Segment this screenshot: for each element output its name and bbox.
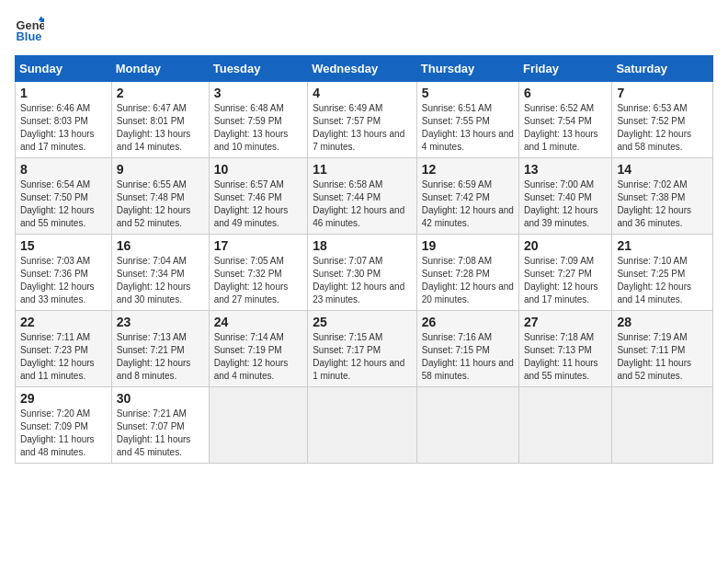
day-info: Sunrise: 7:18 AM Sunset: 7:13 PM Dayligh… [524, 331, 607, 383]
day-number: 4 [313, 86, 412, 100]
header-tuesday: Tuesday [209, 56, 307, 82]
day-number: 18 [313, 238, 412, 253]
day-info: Sunrise: 7:10 AM Sunset: 7:25 PM Dayligh… [617, 255, 708, 306]
week-row-1: 1 Sunrise: 6:46 AM Sunset: 8:03 PM Dayli… [16, 82, 713, 158]
day-cell: 1 Sunrise: 6:46 AM Sunset: 8:03 PM Dayli… [16, 82, 112, 158]
day-cell: 17 Sunrise: 7:05 AM Sunset: 7:32 PM Dayl… [209, 235, 307, 311]
day-cell: 5 Sunrise: 6:51 AM Sunset: 7:55 PM Dayli… [416, 82, 518, 158]
day-cell: 11 Sunrise: 6:58 AM Sunset: 7:44 PM Dayl… [308, 158, 417, 235]
day-number: 19 [422, 238, 514, 253]
day-number: 27 [524, 315, 607, 329]
day-info: Sunrise: 6:57 AM Sunset: 7:46 PM Dayligh… [214, 178, 302, 230]
day-cell: 10 Sunrise: 6:57 AM Sunset: 7:46 PM Dayl… [209, 158, 307, 235]
day-number: 29 [20, 391, 107, 406]
day-cell: 15 Sunrise: 7:03 AM Sunset: 7:36 PM Dayl… [16, 235, 112, 311]
day-cell: 9 Sunrise: 6:55 AM Sunset: 7:48 PM Dayli… [111, 158, 209, 235]
day-cell: 13 Sunrise: 7:00 AM Sunset: 7:40 PM Dayl… [518, 158, 611, 235]
day-info: Sunrise: 6:53 AM Sunset: 7:52 PM Dayligh… [617, 102, 708, 154]
day-number: 11 [313, 162, 412, 177]
header-wednesday: Wednesday [308, 56, 417, 82]
day-number: 2 [117, 86, 204, 100]
day-number: 26 [422, 315, 514, 329]
day-cell: 26 Sunrise: 7:16 AM Sunset: 7:15 PM Dayl… [416, 311, 518, 387]
header-monday: Monday [111, 56, 209, 82]
day-cell: 19 Sunrise: 7:08 AM Sunset: 7:28 PM Dayl… [416, 235, 518, 311]
day-number: 22 [20, 315, 107, 329]
day-cell: 29 Sunrise: 7:20 AM Sunset: 7:09 PM Dayl… [16, 387, 112, 464]
day-info: Sunrise: 7:00 AM Sunset: 7:40 PM Dayligh… [524, 178, 607, 230]
day-info: Sunrise: 7:02 AM Sunset: 7:38 PM Dayligh… [617, 178, 708, 230]
day-info: Sunrise: 7:13 AM Sunset: 7:21 PM Dayligh… [117, 331, 204, 383]
day-cell: 30 Sunrise: 7:21 AM Sunset: 7:07 PM Dayl… [111, 387, 209, 464]
day-number: 10 [214, 162, 302, 177]
day-info: Sunrise: 6:46 AM Sunset: 8:03 PM Dayligh… [20, 102, 107, 154]
header: General Blue [15, 15, 713, 44]
day-number: 30 [117, 391, 204, 406]
day-info: Sunrise: 7:09 AM Sunset: 7:27 PM Dayligh… [524, 255, 607, 306]
day-info: Sunrise: 7:03 AM Sunset: 7:36 PM Dayligh… [20, 255, 107, 306]
day-cell: 27 Sunrise: 7:18 AM Sunset: 7:13 PM Dayl… [518, 311, 611, 387]
day-info: Sunrise: 6:49 AM Sunset: 7:57 PM Dayligh… [313, 102, 412, 154]
logo-icon: General Blue [15, 15, 44, 44]
header-thursday: Thursday [416, 56, 518, 82]
day-number: 7 [617, 86, 708, 100]
day-number: 28 [617, 315, 708, 329]
day-number: 5 [422, 86, 514, 100]
day-info: Sunrise: 7:08 AM Sunset: 7:28 PM Dayligh… [422, 255, 514, 306]
day-number: 1 [20, 86, 107, 100]
day-info: Sunrise: 7:05 AM Sunset: 7:32 PM Dayligh… [214, 255, 302, 306]
day-info: Sunrise: 7:07 AM Sunset: 7:30 PM Dayligh… [313, 255, 412, 306]
day-number: 6 [524, 86, 607, 100]
day-info: Sunrise: 6:59 AM Sunset: 7:42 PM Dayligh… [422, 178, 514, 230]
week-row-3: 15 Sunrise: 7:03 AM Sunset: 7:36 PM Dayl… [16, 235, 713, 311]
day-cell: 4 Sunrise: 6:49 AM Sunset: 7:57 PM Dayli… [308, 82, 417, 158]
day-cell [308, 387, 417, 464]
week-row-4: 22 Sunrise: 7:11 AM Sunset: 7:23 PM Dayl… [16, 311, 713, 387]
day-number: 17 [214, 238, 302, 253]
day-info: Sunrise: 7:20 AM Sunset: 7:09 PM Dayligh… [20, 408, 107, 459]
week-row-2: 8 Sunrise: 6:54 AM Sunset: 7:50 PM Dayli… [16, 158, 713, 235]
header-sunday: Sunday [16, 56, 112, 82]
day-cell: 12 Sunrise: 6:59 AM Sunset: 7:42 PM Dayl… [416, 158, 518, 235]
day-cell: 22 Sunrise: 7:11 AM Sunset: 7:23 PM Dayl… [16, 311, 112, 387]
day-number: 12 [422, 162, 514, 177]
day-info: Sunrise: 6:58 AM Sunset: 7:44 PM Dayligh… [313, 178, 412, 230]
day-info: Sunrise: 7:04 AM Sunset: 7:34 PM Dayligh… [117, 255, 204, 306]
day-number: 14 [617, 162, 708, 177]
day-info: Sunrise: 7:21 AM Sunset: 7:07 PM Dayligh… [117, 408, 204, 459]
day-number: 16 [117, 238, 204, 253]
day-number: 8 [20, 162, 107, 177]
day-cell: 8 Sunrise: 6:54 AM Sunset: 7:50 PM Dayli… [16, 158, 112, 235]
day-info: Sunrise: 7:19 AM Sunset: 7:11 PM Dayligh… [617, 331, 708, 383]
day-cell: 21 Sunrise: 7:10 AM Sunset: 7:25 PM Dayl… [612, 235, 713, 311]
day-number: 3 [214, 86, 302, 100]
day-cell: 2 Sunrise: 6:47 AM Sunset: 8:01 PM Dayli… [111, 82, 209, 158]
day-info: Sunrise: 6:48 AM Sunset: 7:59 PM Dayligh… [214, 102, 302, 154]
day-cell: 28 Sunrise: 7:19 AM Sunset: 7:11 PM Dayl… [612, 311, 713, 387]
day-cell: 16 Sunrise: 7:04 AM Sunset: 7:34 PM Dayl… [111, 235, 209, 311]
day-cell: 23 Sunrise: 7:13 AM Sunset: 7:21 PM Dayl… [111, 311, 209, 387]
day-cell: 3 Sunrise: 6:48 AM Sunset: 7:59 PM Dayli… [209, 82, 307, 158]
header-saturday: Saturday [612, 56, 713, 82]
day-number: 25 [313, 315, 412, 329]
day-info: Sunrise: 7:14 AM Sunset: 7:19 PM Dayligh… [214, 331, 302, 383]
day-number: 9 [117, 162, 204, 177]
day-cell: 7 Sunrise: 6:53 AM Sunset: 7:52 PM Dayli… [612, 82, 713, 158]
day-info: Sunrise: 6:55 AM Sunset: 7:48 PM Dayligh… [117, 178, 204, 230]
day-number: 24 [214, 315, 302, 329]
day-cell [518, 387, 611, 464]
day-cell [416, 387, 518, 464]
day-info: Sunrise: 6:54 AM Sunset: 7:50 PM Dayligh… [20, 178, 107, 230]
day-number: 15 [20, 238, 107, 253]
calendar-table: SundayMondayTuesdayWednesdayThursdayFrid… [15, 55, 713, 464]
day-cell: 18 Sunrise: 7:07 AM Sunset: 7:30 PM Dayl… [308, 235, 417, 311]
day-cell [209, 387, 307, 464]
day-info: Sunrise: 6:47 AM Sunset: 8:01 PM Dayligh… [117, 102, 204, 154]
day-info: Sunrise: 6:51 AM Sunset: 7:55 PM Dayligh… [422, 102, 514, 154]
day-info: Sunrise: 7:11 AM Sunset: 7:23 PM Dayligh… [20, 331, 107, 383]
day-number: 13 [524, 162, 607, 177]
day-cell: 24 Sunrise: 7:14 AM Sunset: 7:19 PM Dayl… [209, 311, 307, 387]
svg-text:Blue: Blue [17, 29, 42, 43]
day-info: Sunrise: 7:15 AM Sunset: 7:17 PM Dayligh… [313, 331, 412, 383]
header-row: SundayMondayTuesdayWednesdayThursdayFrid… [16, 56, 713, 82]
